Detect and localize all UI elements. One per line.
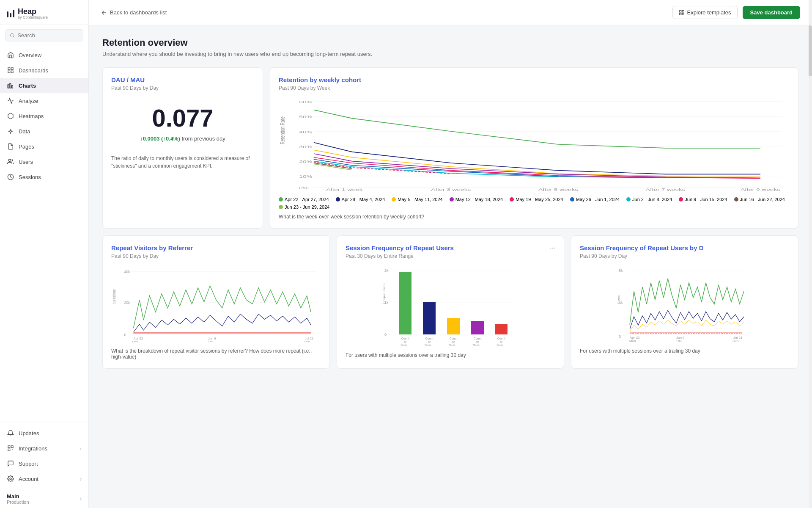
- bar: [399, 272, 411, 334]
- legend-item: May 5 - May 11, 2024: [392, 197, 442, 202]
- dashboard-content: Retention overview Understand where you …: [89, 25, 812, 387]
- search-container: [0, 25, 88, 46]
- sidebar-item-integrations[interactable]: Integrations ›: [0, 441, 88, 456]
- svg-text:Count: Count: [497, 337, 505, 340]
- svg-rect-7: [10, 83, 11, 88]
- svg-text:Mon: Mon: [629, 339, 636, 342]
- scrollbar-track[interactable]: [809, 0, 812, 508]
- sidebar-item-account[interactable]: Account ›: [0, 471, 88, 486]
- search-input[interactable]: [17, 32, 79, 39]
- back-button[interactable]: Back to dashboards list: [101, 9, 167, 16]
- legend-dot: [279, 197, 283, 202]
- home-icon: [7, 51, 14, 59]
- svg-text:40%: 40%: [299, 129, 313, 134]
- svg-text:8k: 8k: [619, 268, 623, 273]
- grid-icon: [7, 66, 14, 74]
- dau-change-suffix: from previous day: [181, 135, 225, 142]
- legend-label: May 5 - May 11, 2024: [398, 197, 442, 202]
- sidebar: Heap by Contentsquare Overview: [0, 0, 89, 508]
- svg-text:0%: 0%: [299, 185, 309, 190]
- svg-text:Mon: Mon: [132, 340, 139, 342]
- svg-rect-17: [11, 446, 13, 448]
- gear-icon: [7, 475, 14, 483]
- session-freq-b-title: Session Frequency of Repeat Users by D: [580, 244, 790, 251]
- svg-text:Count: Count: [450, 337, 458, 340]
- svg-text:After 5 weeks: After 5 weeks: [538, 187, 579, 191]
- chevron-right-icon: ›: [80, 496, 82, 502]
- legend-item: Apr 28 - May 4, 2024: [336, 197, 385, 202]
- svg-text:Users: Users: [617, 295, 620, 304]
- sidebar-item-support[interactable]: Support: [0, 456, 88, 471]
- sidebar-item-label: Heatmaps: [19, 113, 44, 119]
- sidebar-item-dashboards[interactable]: Dashboards: [0, 63, 88, 78]
- session-frequency-chart: 2k 1k 0 Unique Users: [346, 266, 555, 346]
- save-dashboard-button[interactable]: Save dashboard: [743, 6, 800, 19]
- svg-text:After 9 weeks: After 9 weeks: [741, 187, 781, 191]
- integrations-icon: [7, 444, 14, 452]
- legend-dot: [279, 205, 283, 209]
- dau-mau-change: ↑0.0003 (↑0.4%) from previous day: [111, 135, 254, 142]
- svg-text:60%: 60%: [299, 99, 313, 104]
- more-options-button[interactable]: ···: [550, 244, 555, 252]
- scrollbar-thumb[interactable]: [809, 25, 812, 76]
- svg-rect-4: [8, 71, 10, 73]
- sidebar-item-charts[interactable]: Charts: [0, 78, 88, 93]
- sidebar-item-overview[interactable]: Overview: [0, 47, 88, 63]
- svg-text:10%: 10%: [299, 174, 313, 179]
- legend-dot: [336, 197, 340, 202]
- repeat-visitors-chart: 40k 20k 0 Sessions Apr 22 Mon Jun 6 Thu …: [111, 266, 321, 342]
- legend-label: May 19 - May 25, 2024: [516, 197, 563, 202]
- sidebar-item-pages[interactable]: Pages: [0, 139, 88, 154]
- back-label: Back to dashboards list: [110, 9, 167, 16]
- cards-row-2: Repeat Visitors by Referrer Past 90 Days…: [102, 235, 798, 369]
- svg-text:30%: 30%: [299, 144, 313, 149]
- svg-text:Count: Count: [401, 337, 409, 340]
- dau-mau-card: DAU / MAU Past 90 Days by Day 0.077 ↑0.0…: [102, 67, 263, 229]
- repeat-visitors-card: Repeat Visitors by Referrer Past 90 Days…: [102, 235, 330, 369]
- session-freq-desc: For users with multiple sessions over a …: [346, 352, 555, 358]
- session-frequency-b-card: Session Frequency of Repeat Users by D P…: [571, 235, 798, 369]
- page-title: Retention overview: [102, 37, 798, 48]
- session-freq-title: Session Frequency of Repeat Users: [346, 244, 454, 251]
- sidebar-item-heatmaps[interactable]: Heatmaps: [0, 108, 88, 124]
- app-tagline: by Contentsquare: [18, 15, 48, 19]
- sidebar-item-analyze[interactable]: Analyze: [0, 93, 88, 108]
- search-icon: [10, 33, 15, 39]
- sidebar-item-users[interactable]: Users: [0, 154, 88, 169]
- explore-templates-button[interactable]: Explore templates: [672, 6, 738, 19]
- legend-label: Jun 16 - Jun 22, 2024: [740, 197, 785, 202]
- data-icon: [7, 127, 14, 135]
- svg-text:Sess...: Sess...: [425, 344, 433, 346]
- chevron-right-icon: ›: [80, 445, 82, 452]
- svg-text:of: of: [452, 340, 455, 343]
- svg-point-9: [10, 130, 11, 132]
- svg-point-14: [8, 159, 11, 161]
- legend-item: Apr 22 - Apr 27, 2024: [279, 197, 329, 202]
- svg-line-1: [14, 36, 14, 37]
- search-box[interactable]: [5, 29, 83, 41]
- svg-text:Sessions: Sessions: [112, 289, 116, 304]
- svg-rect-8: [12, 86, 13, 88]
- analyze-icon: [7, 97, 14, 105]
- session-freq-subtitle: Past 30 Days by Entire Range: [346, 253, 454, 259]
- grid-icon: [679, 10, 685, 16]
- sidebar-item-data[interactable]: Data: [0, 124, 88, 139]
- bell-icon: [7, 429, 14, 437]
- main-nav: Overview Dashboards Charts: [0, 46, 88, 422]
- svg-rect-2: [8, 68, 10, 70]
- svg-rect-23: [679, 13, 681, 15]
- support-icon: [7, 460, 14, 467]
- legend-dot: [570, 197, 574, 202]
- svg-text:Thu: Thu: [676, 339, 682, 342]
- svg-text:of: of: [404, 340, 406, 343]
- sidebar-item-updates[interactable]: Updates: [0, 425, 88, 441]
- sidebar-item-label: Integrations: [19, 445, 47, 452]
- svg-text:40k: 40k: [124, 270, 131, 274]
- sidebar-item-sessions[interactable]: Sessions: [0, 169, 88, 185]
- dau-mau-value: 0.077: [111, 104, 254, 132]
- workspace-selector[interactable]: Main Production ›: [0, 490, 88, 508]
- svg-text:Count: Count: [425, 337, 433, 340]
- sidebar-item-label: Sessions: [19, 174, 41, 180]
- save-label: Save dashboard: [750, 9, 793, 16]
- legend-label: Jun 23 - Jun 29, 2024: [285, 204, 329, 210]
